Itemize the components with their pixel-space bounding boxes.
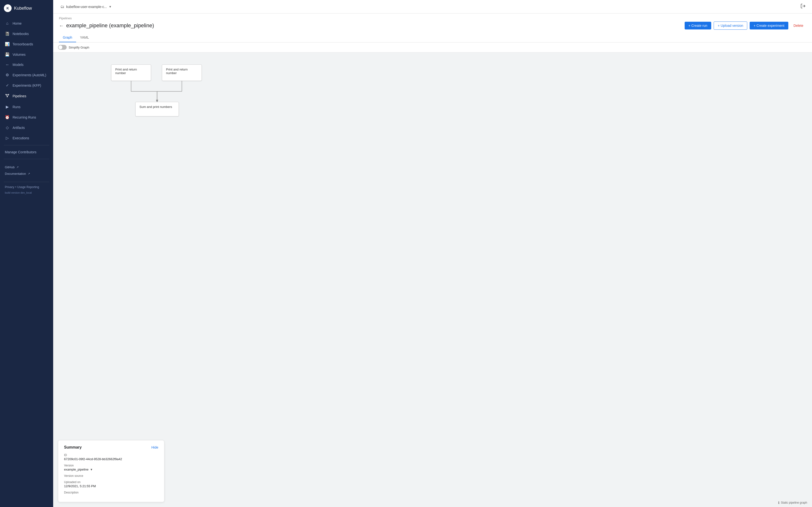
sidebar: K Kubeflow ⌂ Home 📓 Notebooks 📊 Tensorbo… [0,0,53,507]
static-graph-note: ℹ Static pipeline graph [778,501,807,505]
sidebar-item-notebooks[interactable]: 📓 Notebooks [0,29,53,39]
graph-canvas: Print and returnnumber Print and returnn… [53,52,812,507]
sidebar-item-models[interactable]: ↔ Models [0,60,53,70]
summary-version-row: example_pipeline ▼ [64,468,158,471]
static-graph-label: Static pipeline graph [781,501,807,504]
summary-id-label: ID [64,453,158,457]
node-1-label: Print and returnnumber [115,68,137,75]
page-content: Pipelines ← example_pipeline (example_pi… [53,13,812,507]
summary-uploaded-on-label: Uploaded on [64,481,158,484]
sidebar-item-experiments-automl[interactable]: ⚙ Experiments (AutoML) [0,70,53,80]
summary-uploaded-on-field: Uploaded on 12/9/2021, 5:21:55 PM [64,481,158,488]
svg-line-4 [6,95,7,96]
pipelines-icon [5,94,10,99]
summary-version-source-label: Version source [64,474,158,477]
summary-id-field: ID 67209c01-09f2-44cd-9528-bb32662f9a42 [64,453,158,461]
namespace-selector[interactable]: 🗂 kubeflow-user-example-c... ▼ [58,3,114,10]
runs-icon: ▶ [5,105,10,109]
sidebar-item-documentation[interactable]: Documentation ↗ [5,170,48,177]
dot-separator: • [15,185,16,189]
manage-contributors-label: Manage Contributors [5,150,37,154]
svg-point-0 [6,94,6,95]
page-title-row: ← example_pipeline (example_pipeline) + … [59,21,806,33]
sidebar-item-label: Artifacts [12,126,25,130]
sidebar-bottom: GitHub ↗ Documentation ↗ [0,161,53,180]
svg-point-2 [7,96,8,97]
build-version: build version dev_local [0,190,53,197]
sidebar-item-volumes[interactable]: 💾 Volumes [0,49,53,60]
sidebar-item-experiments-kfp[interactable]: ✓ Experiments (KFP) [0,80,53,91]
sidebar-item-label: Runs [12,105,20,109]
executions-icon: ▷ [5,136,10,140]
pipeline-node-2[interactable]: Print and returnnumber [162,64,202,81]
sidebar-item-home[interactable]: ⌂ Home [0,18,53,29]
back-button[interactable]: ← [59,23,64,29]
app-logo: K Kubeflow [0,0,53,16]
summary-title: Summary [64,445,82,450]
simplify-toggle-row: Simplify Graph [53,43,812,52]
recurring-runs-icon: ⏰ [5,115,10,119]
privacy-label[interactable]: Privacy [5,185,14,189]
version-dropdown-icon[interactable]: ▼ [90,468,93,471]
tab-yaml[interactable]: YAML [76,34,93,42]
sidebar-item-recurring-runs[interactable]: ⏰ Recurring Runs [0,112,53,122]
sidebar-item-github[interactable]: GitHub ↗ [5,164,48,170]
sidebar-item-label: Pipelines [12,94,27,98]
namespace-icon: 🗂 [60,5,64,9]
summary-hide-button[interactable]: Hide [151,445,158,449]
sidebar-item-runs[interactable]: ▶ Runs [0,102,53,112]
namespace-label: kubeflow-user-example-c... [66,5,107,9]
pipeline-node-3[interactable]: Sum and print numbers [135,102,179,116]
sidebar-item-label: Models [12,63,23,67]
delete-button[interactable]: Delete [791,22,806,30]
page-title: ← example_pipeline (example_pipeline) [59,22,154,29]
svg-line-5 [7,95,8,96]
tab-graph[interactable]: Graph [59,34,76,42]
tabs: Graph YAML [59,33,806,42]
pipeline-node-1[interactable]: Print and returnnumber [111,64,151,81]
github-label: GitHub [5,165,14,169]
sidebar-item-tensorboards[interactable]: 📊 Tensorboards [0,39,53,49]
documentation-label: Documentation [5,172,26,175]
summary-description-label: Description [64,491,158,494]
summary-uploaded-on-value: 12/9/2021, 5:21:55 PM [64,484,158,488]
summary-id-value: 67209c01-09f2-44cd-9528-bb32662f9a42 [64,457,158,461]
create-experiment-button[interactable]: + Create experiment [750,22,788,30]
info-icon: ℹ [778,501,779,505]
page-title-text: example_pipeline (example_pipeline) [66,22,154,29]
summary-version-label: Version [64,464,158,467]
experiments-automl-icon: ⚙ [5,73,10,77]
summary-version-value: example_pipeline [64,468,89,471]
external-link-icon: ↗ [16,166,18,169]
home-icon: ⌂ [5,21,10,25]
notebooks-icon: 📓 [5,32,10,36]
sidebar-item-manage-contributors[interactable]: Manage Contributors [0,147,53,157]
tensorboards-icon: 📊 [5,42,10,46]
logo-icon: K [4,4,12,12]
simplify-graph-label: Simplify Graph [69,46,89,49]
sidebar-item-executions[interactable]: ▷ Executions [0,133,53,143]
usage-reporting-label[interactable]: Usage Reporting [17,185,39,189]
models-icon: ↔ [5,62,10,67]
external-link-icon-2: ↗ [28,172,30,175]
logout-button[interactable] [799,2,807,11]
sidebar-item-artifacts[interactable]: ◇ Artifacts [0,122,53,133]
summary-version-source-field: Version source [64,474,158,477]
volumes-icon: 💾 [5,52,10,57]
svg-point-1 [8,94,9,95]
sidebar-item-label: Executions [12,136,29,140]
simplify-toggle-switch[interactable] [58,45,67,50]
breadcrumb: Pipelines [59,16,806,20]
create-run-button[interactable]: + Create run [684,22,711,30]
topbar: 🗂 kubeflow-user-example-c... ▼ [53,0,812,13]
summary-description-field: Description [64,491,158,494]
experiments-kfp-icon: ✓ [5,83,10,88]
sidebar-item-label: Experiments (AutoML) [12,73,46,77]
node-2-label: Print and returnnumber [166,68,188,75]
sidebar-item-label: Volumes [12,53,26,56]
page-header: Pipelines ← example_pipeline (example_pi… [53,13,812,43]
upload-version-button[interactable]: + Upload version [714,21,747,30]
sidebar-item-pipelines[interactable]: Pipelines [0,91,53,102]
summary-header: Summary Hide [64,445,158,450]
main-content: 🗂 kubeflow-user-example-c... ▼ Pipelines… [53,0,812,507]
